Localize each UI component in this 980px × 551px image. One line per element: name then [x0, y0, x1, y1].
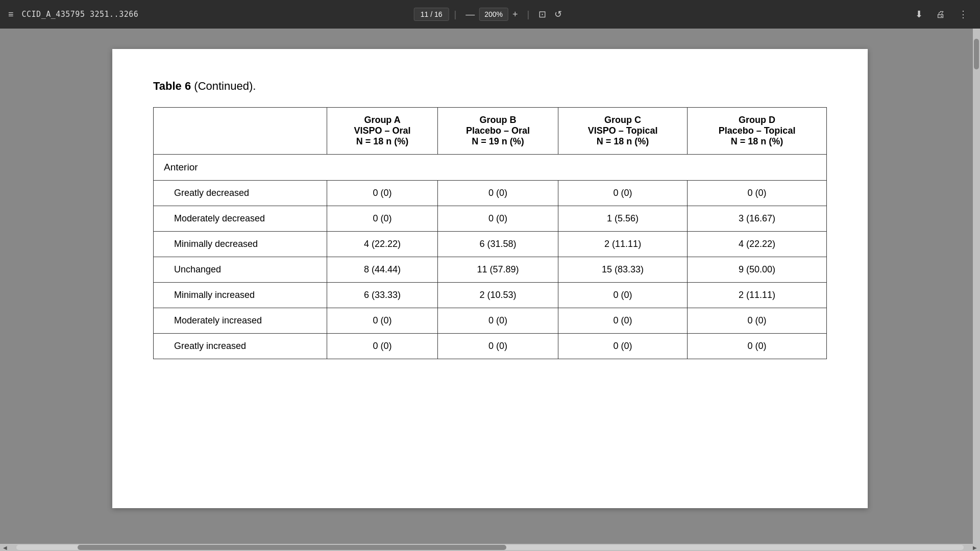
scroll-left-arrow[interactable]: ◀ [0, 545, 10, 550]
cell-3-0: 8 (44.44) [327, 257, 437, 283]
col-header-empty [154, 108, 327, 155]
table-row: Moderately increased0 (0)0 (0)0 (0)0 (0) [154, 308, 827, 334]
divider-1: | [454, 9, 457, 20]
history-button[interactable]: ↺ [550, 7, 566, 22]
table-row: Minimally decreased4 (22.22)6 (31.58)2 (… [154, 232, 827, 257]
cell-0-2: 0 (0) [558, 181, 688, 206]
menu-icon[interactable]: ≡ [8, 9, 14, 20]
cell-0-3: 0 (0) [688, 181, 827, 206]
content-area: Table 6 (Continued). Group A VISPO – Ora… [0, 29, 980, 551]
more-options-button[interactable]: ⋮ [954, 7, 972, 22]
col-header-group-d: Group D Placebo – Topical N = 18 n (%) [688, 108, 827, 155]
cell-3-2: 15 (83.33) [558, 257, 688, 283]
cell-1-3: 3 (16.67) [688, 206, 827, 232]
cell-4-2: 0 (0) [558, 283, 688, 308]
row-label-5: Moderately increased [154, 308, 327, 334]
row-label-1: Moderately decreased [154, 206, 327, 232]
cell-5-3: 0 (0) [688, 308, 827, 334]
row-label-4: Minimally increased [154, 283, 327, 308]
right-scrollbar[interactable] [973, 29, 980, 544]
table-row: Minimally increased6 (33.33)2 (10.53)0 (… [154, 283, 827, 308]
zoom-out-button[interactable]: — [461, 7, 479, 22]
fit-page-button[interactable]: ⊡ [534, 7, 550, 22]
cell-5-1: 0 (0) [437, 308, 558, 334]
document-title: CCID_A_435795 3251..3266 [22, 10, 139, 19]
divider-2: | [527, 9, 530, 20]
row-label-2: Minimally decreased [154, 232, 327, 257]
table-row: Unchanged8 (44.44)11 (57.89)15 (83.33)9 … [154, 257, 827, 283]
cell-4-3: 2 (11.11) [688, 283, 827, 308]
table-title-bold: Table 6 [153, 80, 191, 92]
cell-0-1: 0 (0) [437, 181, 558, 206]
section-header-row: Anterior [154, 155, 827, 181]
row-label-0: Greatly decreased [154, 181, 327, 206]
zoom-level: 200% [479, 8, 508, 21]
bottom-scrollbar[interactable]: ◀ ▶ [0, 544, 980, 551]
cell-6-0: 0 (0) [327, 334, 437, 359]
cell-3-1: 11 (57.89) [437, 257, 558, 283]
cell-6-3: 0 (0) [688, 334, 827, 359]
cell-1-1: 0 (0) [437, 206, 558, 232]
toolbar-center-controls: 11 / 16 | — 200% + | ⊡ ↺ [414, 7, 567, 22]
cell-3-3: 9 (50.00) [688, 257, 827, 283]
page-indicator: 11 / 16 [414, 8, 449, 21]
cell-5-0: 0 (0) [327, 308, 437, 334]
data-table: Group A VISPO – Oral N = 18 n (%) Group … [153, 107, 827, 359]
cell-2-0: 4 (22.22) [327, 232, 437, 257]
cell-2-2: 2 (11.11) [558, 232, 688, 257]
toolbar-right-controls: ⬇ 🖨 ⋮ [911, 7, 972, 22]
zoom-in-button[interactable]: + [508, 7, 522, 22]
col-header-group-b: Group B Placebo – Oral N = 19 n (%) [437, 108, 558, 155]
page-document: Table 6 (Continued). Group A VISPO – Ora… [112, 49, 868, 508]
row-label-3: Unchanged [154, 257, 327, 283]
section-header-anterior: Anterior [154, 155, 827, 181]
cell-5-2: 0 (0) [558, 308, 688, 334]
col-header-group-c: Group C VISPO – Topical N = 18 n (%) [558, 108, 688, 155]
print-button[interactable]: 🖨 [932, 7, 949, 22]
right-scrollbar-thumb[interactable] [974, 39, 979, 69]
row-label-6: Greatly increased [154, 334, 327, 359]
cell-4-0: 6 (33.33) [327, 283, 437, 308]
scrollbar-thumb[interactable] [78, 545, 506, 550]
table-row: Greatly increased0 (0)0 (0)0 (0)0 (0) [154, 334, 827, 359]
cell-2-1: 6 (31.58) [437, 232, 558, 257]
table-title: Table 6 (Continued). [153, 80, 827, 93]
cell-6-2: 0 (0) [558, 334, 688, 359]
cell-0-0: 0 (0) [327, 181, 437, 206]
page-total: 16 [434, 10, 443, 18]
table-row: Greatly decreased0 (0)0 (0)0 (0)0 (0) [154, 181, 827, 206]
cell-4-1: 2 (10.53) [437, 283, 558, 308]
table-header-row: Group A VISPO – Oral N = 18 n (%) Group … [154, 108, 827, 155]
toolbar: ≡ CCID_A_435795 3251..3266 11 / 16 | — 2… [0, 0, 980, 29]
cell-1-0: 0 (0) [327, 206, 437, 232]
col-header-group-a: Group A VISPO – Oral N = 18 n (%) [327, 108, 437, 155]
page-current: 11 [421, 10, 429, 18]
download-button[interactable]: ⬇ [911, 7, 927, 22]
table-row: Moderately decreased0 (0)0 (0)1 (5.56)3 … [154, 206, 827, 232]
cell-2-3: 4 (22.22) [688, 232, 827, 257]
cell-1-2: 1 (5.56) [558, 206, 688, 232]
table-title-normal: (Continued). [191, 80, 256, 92]
scroll-right-arrow[interactable]: ▶ [970, 545, 980, 550]
cell-6-1: 0 (0) [437, 334, 558, 359]
scrollbar-track [16, 545, 964, 550]
